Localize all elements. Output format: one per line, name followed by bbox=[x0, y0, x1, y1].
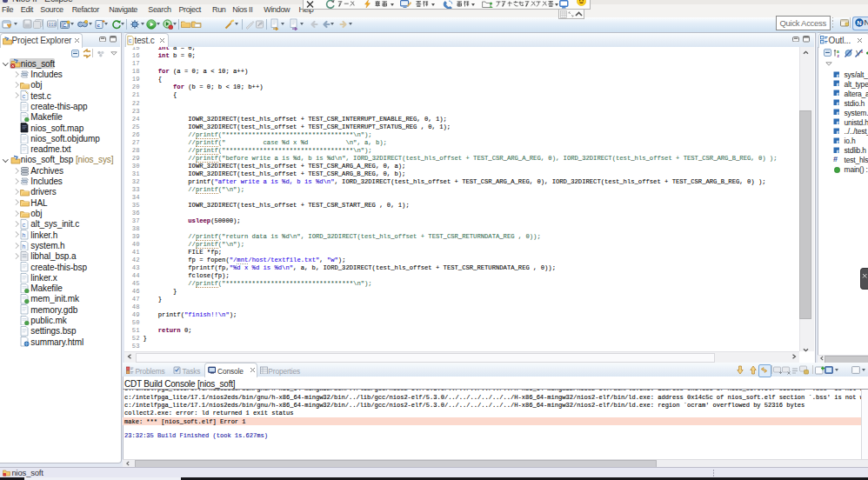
svg-text:N: N bbox=[857, 19, 861, 27]
svg-text:z: z bbox=[837, 54, 839, 58]
svg-text:C: C bbox=[63, 22, 66, 27]
svg-text:c: c bbox=[22, 93, 25, 100]
svg-text:c: c bbox=[129, 38, 132, 44]
svg-text:h: h bbox=[22, 232, 25, 239]
svg-text:h: h bbox=[22, 243, 25, 250]
svg-text:a: a bbox=[837, 49, 839, 53]
svg-text:010: 010 bbox=[48, 23, 56, 28]
svg-text:c: c bbox=[22, 222, 25, 229]
